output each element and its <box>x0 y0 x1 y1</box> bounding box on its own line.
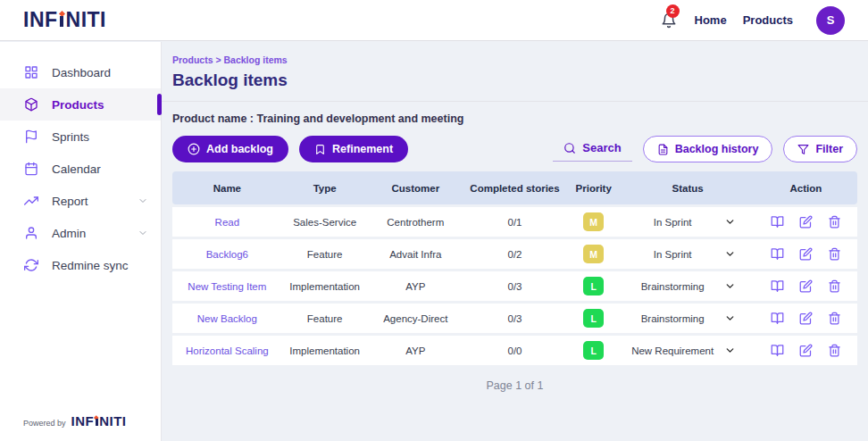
column-header-priority: Priority <box>566 183 621 194</box>
filter-funnel-icon <box>797 144 809 155</box>
edit-icon[interactable] <box>799 344 813 357</box>
status-label: Brainstorming <box>621 313 724 324</box>
main-content: Products > Backlog items Backlog items P… <box>162 42 868 392</box>
search-control[interactable]: Search <box>553 137 631 162</box>
completed-stories: 0/2 <box>463 249 566 260</box>
table-row: Horizontal Scaling Implementation AYP 0/… <box>172 336 857 365</box>
backlog-history-button[interactable]: Backlog history <box>643 136 773 162</box>
bookmark-icon <box>314 144 326 155</box>
backlog-type: Implementation <box>282 281 368 292</box>
table-row: New Testing Item Implementation AYP 0/3 … <box>172 271 857 301</box>
status-label: In Sprint <box>621 217 724 228</box>
completed-stories: 0/3 <box>463 281 566 292</box>
nav-products-link[interactable]: Products <box>743 13 793 27</box>
status-dropdown-chevron-icon[interactable] <box>724 312 736 324</box>
sidebar-item-redmine-sync[interactable]: Redmine sync <box>0 249 161 281</box>
status-label: Brainstorming <box>621 281 724 292</box>
open-book-icon[interactable] <box>771 344 784 357</box>
backlog-type: Feature <box>282 313 368 324</box>
trash-icon[interactable] <box>828 312 841 325</box>
status-label: In Sprint <box>621 249 724 260</box>
top-navigation: 2 Home Products S <box>661 6 845 35</box>
refinement-label: Refinement <box>332 143 393 155</box>
status-dropdown-chevron-icon[interactable] <box>724 345 736 356</box>
nav-home-link[interactable]: Home <box>695 13 727 27</box>
filter-button[interactable]: Filter <box>783 136 857 162</box>
backlog-customer: AYP <box>368 345 463 356</box>
column-header-completed-stories: Completed stories <box>463 183 566 194</box>
title-divider <box>162 101 868 102</box>
user-icon <box>24 226 38 240</box>
logo-text-post: NITI <box>66 8 106 32</box>
calendar-icon <box>24 162 38 176</box>
sidebar-item-products[interactable]: Products <box>0 88 161 121</box>
sidebar-item-label: Report <box>52 195 88 208</box>
sidebar-item-sprints[interactable]: Sprints <box>0 121 161 153</box>
logo-i-glyph <box>59 12 64 27</box>
table-row: New Backlog Feature Agency-Direct 0/3 L … <box>172 304 857 333</box>
notification-badge: 2 <box>666 4 680 18</box>
breadcrumb[interactable]: Products > Backlog items <box>172 54 857 65</box>
backlog-name-link[interactable]: Read <box>215 217 240 228</box>
logo-text-pre: INF <box>23 8 58 32</box>
priority-badge: M <box>583 212 604 231</box>
backlog-customer: Agency-Direct <box>368 313 463 324</box>
backlog-customer: AYP <box>368 281 463 292</box>
completed-stories: 0/3 <box>463 313 566 324</box>
completed-stories: 0/1 <box>463 217 566 228</box>
open-book-icon[interactable] <box>771 312 784 325</box>
edit-icon[interactable] <box>799 279 813 293</box>
sidebar-footer: Powered by INFNITI <box>0 403 161 441</box>
backlog-name-link[interactable]: Horizontal Scaling <box>186 345 269 356</box>
product-name-label: Product name : Training and development … <box>172 112 857 125</box>
edit-icon[interactable] <box>799 312 813 325</box>
backlog-customer: Advait Infra <box>368 249 463 260</box>
sidebar-item-report[interactable]: Report <box>0 185 161 217</box>
table-body: Read Sales-Service Centrotherm 0/1 M In … <box>172 207 857 365</box>
trash-icon[interactable] <box>828 215 841 229</box>
plus-circle-icon <box>188 143 200 155</box>
open-book-icon[interactable] <box>771 279 784 293</box>
table-row: Backlog6 Feature Advait Infra 0/2 M In S… <box>172 239 857 269</box>
refinement-button[interactable]: Refinement <box>299 136 408 162</box>
priority-badge: L <box>583 341 604 360</box>
sync-icon <box>24 258 38 272</box>
column-header-name: Name <box>172 183 282 194</box>
status-dropdown-chevron-icon[interactable] <box>724 280 736 292</box>
sidebar-item-label: Products <box>52 98 104 112</box>
backlog-type: Sales-Service <box>282 217 368 228</box>
priority-badge: M <box>583 245 604 263</box>
page-title: Backlog items <box>172 71 857 90</box>
dashboard-grid-icon <box>24 65 38 79</box>
status-dropdown-chevron-icon[interactable] <box>724 248 736 260</box>
backlog-name-link[interactable]: New Backlog <box>197 313 257 324</box>
footer-logo-post: NITI <box>99 413 126 429</box>
edit-icon[interactable] <box>799 247 813 261</box>
add-backlog-button[interactable]: Add backlog <box>172 136 288 162</box>
chevron-down-icon <box>138 228 148 238</box>
table-row: Read Sales-Service Centrotherm 0/1 M In … <box>172 207 857 237</box>
trash-icon[interactable] <box>828 279 841 293</box>
filter-label: Filter <box>815 143 843 155</box>
sidebar-item-label: Dashboard <box>52 66 111 79</box>
trash-icon[interactable] <box>828 344 841 357</box>
add-backlog-label: Add backlog <box>206 143 273 155</box>
open-book-icon[interactable] <box>771 247 784 261</box>
sidebar-item-label: Calendar <box>52 162 101 176</box>
status-dropdown-chevron-icon[interactable] <box>724 216 736 228</box>
sidebar-item-dashboard[interactable]: Dashboard <box>0 56 161 88</box>
priority-badge: L <box>583 309 604 328</box>
open-book-icon[interactable] <box>771 215 784 229</box>
trash-icon[interactable] <box>828 247 841 261</box>
backlog-name-link[interactable]: New Testing Item <box>188 281 266 292</box>
backlog-name-link[interactable]: Backlog6 <box>206 249 248 260</box>
trending-up-icon <box>24 194 38 208</box>
backlog-customer: Centrotherm <box>368 217 463 228</box>
sidebar-item-calendar[interactable]: Calendar <box>0 153 161 185</box>
user-avatar[interactable]: S <box>816 6 845 35</box>
sidebar-item-admin[interactable]: Admin <box>0 217 161 249</box>
chevron-down-icon <box>138 196 148 206</box>
notification-bell[interactable]: 2 <box>661 12 677 29</box>
table-header: Name Type Customer Completed stories Pri… <box>172 171 857 204</box>
edit-icon[interactable] <box>799 215 813 229</box>
